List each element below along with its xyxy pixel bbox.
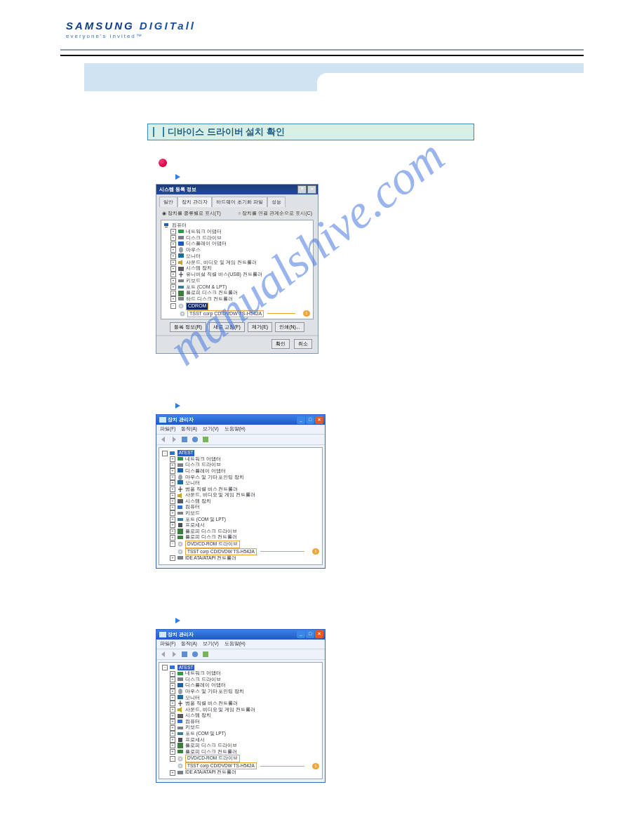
tree-item[interactable]: +IDE ATA/ATAPI 컨트롤러	[170, 769, 319, 776]
tree-item[interactable]: +네트워크 어댑터	[170, 456, 319, 463]
tree-item[interactable]: +프로세서	[170, 737, 319, 743]
tree-item[interactable]: +마우스	[170, 247, 310, 253]
expand-icon[interactable]: +	[170, 260, 176, 265]
expand-icon[interactable]: +	[170, 247, 176, 253]
close-button[interactable]: ×	[315, 416, 323, 424]
tab-hw-profiles[interactable]: 하드웨어 초기화 파일	[212, 197, 267, 207]
forward-icon[interactable]	[170, 651, 177, 658]
tree-item[interactable]: +컴퓨터	[170, 504, 319, 510]
tree-item[interactable]: +마우스 및 기타 포인팅 장치	[170, 689, 319, 695]
expand-icon[interactable]: +	[170, 266, 176, 272]
tree-item[interactable]: +디스플레이 어댑터	[170, 682, 319, 689]
menu-help[interactable]: 도움말(H)	[224, 426, 246, 432]
menu-action[interactable]: 동작(A)	[181, 426, 197, 432]
expand-icon[interactable]: +	[170, 241, 176, 247]
tree-device-highlight[interactable]: TSST corp CD/DVDW TS-H542A 1	[177, 762, 319, 770]
tree-item[interactable]: +모니터	[170, 253, 310, 260]
tree-item[interactable]: +범용 직렬 버스 컨트롤러	[170, 486, 319, 493]
menu-file[interactable]: 파일(F)	[160, 426, 175, 432]
collapse-icon[interactable]: -	[170, 756, 175, 762]
tree-root[interactable]: -ATEST	[162, 665, 319, 671]
tree-item[interactable]: +사운드, 비디오 및 게임 컨트롤러	[170, 492, 319, 498]
tree-item[interactable]: +마우스 및 기타 포인팅 장치	[170, 475, 319, 481]
tree-item[interactable]: +하드 디스크 컨트롤러	[170, 296, 310, 303]
tree-item[interactable]: +모니터	[170, 480, 319, 486]
tree-item[interactable]: +IDE ATA/ATAPI 컨트롤러	[170, 555, 319, 562]
help-button[interactable]: ?	[297, 185, 307, 194]
refresh-button[interactable]: 새로 고침(F)	[209, 322, 245, 332]
tree-item[interactable]: +시스템 장치	[170, 713, 319, 719]
tree-device-highlight[interactable]: TSST corp CD/DVDW TS-H542A 1	[177, 548, 319, 556]
back-icon[interactable]	[160, 651, 167, 658]
ok-button[interactable]: 확인	[271, 339, 290, 349]
tree-item[interactable]: +디스크 드라이브	[170, 462, 319, 468]
tree-item[interactable]: +플로피 디스크 컨트롤러	[170, 749, 319, 755]
toolbar-icon[interactable]	[181, 436, 188, 443]
menu-view[interactable]: 보기(V)	[203, 641, 219, 647]
tree-item[interactable]: +컴퓨터	[170, 719, 319, 725]
menu-view[interactable]: 보기(V)	[203, 426, 219, 432]
tree-item[interactable]: +시스템 장치	[170, 498, 319, 505]
tree-item[interactable]: +포트 (COM 및 LPT)	[170, 731, 319, 737]
forward-icon[interactable]	[170, 436, 177, 443]
expand-icon[interactable]: +	[170, 253, 176, 259]
tree-item[interactable]: +디스크 드라이브	[170, 235, 310, 241]
minimize-button[interactable]: _	[297, 630, 305, 638]
toolbar-icon[interactable]	[202, 651, 209, 658]
expand-icon[interactable]: +	[170, 284, 176, 290]
collapse-icon[interactable]: -	[170, 303, 176, 309]
minimize-button[interactable]: _	[297, 416, 305, 424]
tree-item[interactable]: +네트워크 어댑터	[170, 670, 319, 677]
tree-item[interactable]: +시스템 장치	[170, 265, 310, 272]
tree-item[interactable]: +디스플레이 어댑터	[170, 468, 319, 475]
device-tree[interactable]: -ATEST +네트워크 어댑터 +디스크 드라이브 +디스플레이 어댑터 +마…	[159, 447, 323, 564]
tree-item[interactable]: +디스플레이 어댑터	[170, 241, 310, 247]
tree-item[interactable]: +사운드, 비디오 및 게임 컨트롤러	[170, 707, 319, 713]
tree-item[interactable]: +플로피 디스크 드라이브	[170, 743, 319, 749]
tree-item[interactable]: +유니버설 직렬 버스(USB) 컨트롤러	[170, 272, 310, 278]
radio-by-connection[interactable]: ○ 장치를 연결 관계순으로 표시(C)	[238, 210, 312, 217]
expand-icon[interactable]: +	[170, 235, 176, 241]
tree-cdrom[interactable]: -CDROM	[170, 303, 310, 310]
tree-item[interactable]: +사운드, 비디오 및 게임 컨트롤러	[170, 260, 310, 266]
tree-item[interactable]: +포트 (COM & LPT)	[170, 284, 310, 291]
tree-dvd[interactable]: -DVD/CD-ROM 드라이브	[170, 755, 319, 762]
tree-item[interactable]: +모니터	[170, 695, 319, 701]
properties-button[interactable]: 등록 정보(R)	[170, 322, 206, 332]
tree-item[interactable]: +키보드	[170, 278, 310, 284]
tab-general[interactable]: 일반	[159, 197, 177, 207]
tree-item[interactable]: +포트 (COM 및 LPT)	[170, 517, 319, 523]
toolbar-icon[interactable]	[202, 436, 209, 443]
tree-dvd[interactable]: -DVD/CD-ROM 드라이브	[170, 541, 319, 548]
tab-device-manager[interactable]: 장치 관리자	[177, 197, 212, 207]
back-icon[interactable]	[160, 436, 167, 443]
menu-help[interactable]: 도움말(H)	[224, 641, 246, 647]
maximize-button[interactable]: □	[306, 630, 314, 638]
toolbar-icon[interactable]	[192, 436, 199, 443]
menu-file[interactable]: 파일(F)	[160, 641, 175, 647]
tree-item[interactable]: +프로세서	[170, 522, 319, 529]
expand-icon[interactable]: +	[170, 278, 176, 284]
print-button[interactable]: 인쇄(N)...	[275, 322, 304, 332]
collapse-icon[interactable]: -	[162, 451, 168, 456]
tree-item[interactable]: +플로피 디스크 컨트롤러	[170, 534, 319, 541]
expand-icon[interactable]: +	[170, 229, 176, 234]
tree-item[interactable]: +네트워크 어댑터	[170, 229, 310, 235]
tree-root[interactable]: 컴퓨터	[164, 223, 310, 229]
close-button[interactable]: ×	[315, 630, 323, 638]
device-tree[interactable]: 컴퓨터 +네트워크 어댑터 +디스크 드라이브 +디스플레이 어댑터 +마우스 …	[161, 220, 314, 319]
expand-icon[interactable]: +	[170, 272, 176, 277]
cancel-button[interactable]: 취소	[294, 339, 312, 349]
tree-item[interactable]: +키보드	[170, 510, 319, 517]
expand-icon[interactable]: +	[170, 291, 176, 296]
expand-icon[interactable]: +	[170, 296, 176, 302]
device-tree[interactable]: -ATEST +네트워크 어댑터 +디스크 드라이브 +디스플레이 어댑터 +마…	[159, 662, 323, 779]
close-button[interactable]: ×	[307, 185, 316, 194]
tree-item[interactable]: +플로피 디스크 컨트롤러	[170, 290, 310, 296]
menu-action[interactable]: 동작(A)	[181, 641, 197, 647]
tree-item[interactable]: +키보드	[170, 724, 319, 731]
toolbar-icon[interactable]	[181, 651, 188, 658]
remove-button[interactable]: 제거(E)	[248, 322, 272, 332]
tab-performance[interactable]: 성능	[267, 197, 286, 207]
tree-root[interactable]: -ATEST	[162, 450, 319, 456]
